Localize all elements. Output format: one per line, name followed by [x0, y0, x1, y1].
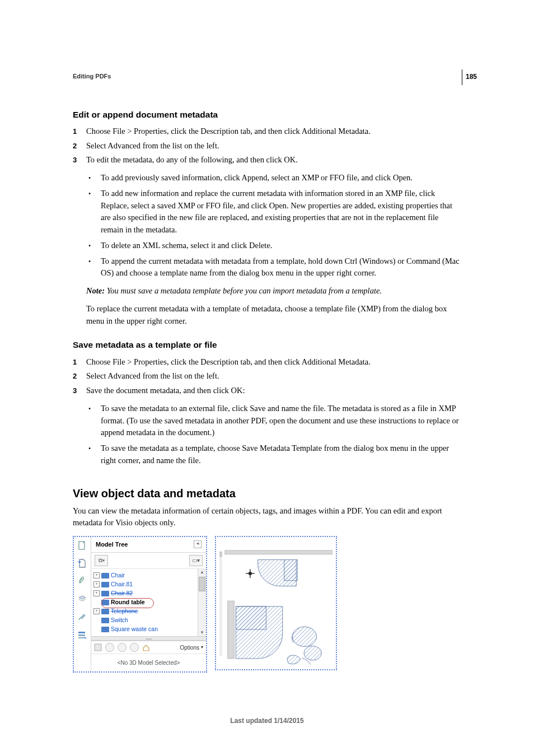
bullet-2b: •To save the metadata as a template, cho… — [86, 442, 461, 467]
visio-object-icon — [101, 591, 109, 596]
office-floor-plan — [219, 540, 332, 666]
heading-save-metadata: Save metadata as a template or file — [73, 338, 461, 351]
tree-row[interactable]: +Chair — [93, 571, 195, 580]
cube-icon[interactable] — [94, 643, 102, 651]
page-number-rule — [462, 69, 462, 85]
svg-rect-16 — [236, 606, 266, 629]
tree-item-label: Round table — [111, 598, 145, 607]
note-text: You must save a metadata template before… — [105, 286, 382, 295]
tree-item-label: Chair — [111, 571, 125, 580]
tree-item-label: Square waste can — [111, 625, 158, 634]
svg-point-18 — [304, 646, 321, 660]
options-menu[interactable]: Options — [180, 643, 203, 652]
bullet-1b: •To save the metadata to an external fil… — [86, 403, 461, 439]
circle-icon-1[interactable] — [105, 643, 114, 652]
note-label: Note: — [86, 286, 105, 295]
after-note-paragraph: To replace the current metadata with a t… — [86, 303, 461, 328]
step-3: 3To edit the metadata, do any of the fol… — [73, 154, 461, 166]
tree-header: Model Tree ◄ — [91, 537, 206, 553]
svg-rect-14 — [249, 572, 251, 575]
page-number: 185 — [466, 72, 477, 82]
step-3b: 3Save the document metadata, and then cl… — [73, 385, 461, 397]
bullets-save-metadata: •To save the metadata to an external fil… — [86, 403, 461, 467]
bullet-1-text: To add previously saved information, cli… — [101, 172, 461, 184]
tree-view-mode-button[interactable]: ⧉▾ — [95, 555, 108, 566]
svg-rect-10 — [225, 550, 332, 554]
step-2: 2Select Advanced from the list on the le… — [73, 140, 461, 152]
tree-item-label: Telephone — [111, 607, 138, 616]
bullet-2b-text: To save the metadata as a template, choo… — [101, 442, 461, 467]
tree-row[interactable]: +Telephone — [93, 607, 195, 616]
scroll-up-icon[interactable]: ▲ — [199, 569, 205, 576]
step-2b: 2Select Advanced from the list on the le… — [73, 370, 461, 382]
scrollbar[interactable]: ▲ ▼ — [198, 569, 206, 637]
tree-area: Model Tree ◄ ⧉▾ ▭▾ +Chair +Chair.81 +Cha… — [91, 537, 206, 671]
step-1b: 1Choose File > Properties, click the Des… — [73, 356, 461, 368]
page-thumbnails-icon[interactable] — [77, 540, 87, 550]
svg-rect-8 — [219, 552, 222, 656]
bullet-2: •To add new information and replace the … — [86, 188, 461, 236]
scroll-thumb[interactable] — [199, 577, 205, 591]
circle-icon-3[interactable] — [130, 643, 139, 652]
footer-last-updated: Last updated 1/14/2015 — [0, 716, 534, 726]
step-3b-text: Save the document metadata, and then cli… — [86, 385, 461, 397]
bullet-1b-text: To save the metadata to an external file… — [101, 403, 461, 439]
heading-edit-append: Edit or append document metadata — [73, 108, 461, 121]
tree-item-label: Chair.82 — [111, 589, 133, 598]
step-3-text: To edit the metadata, do any of the foll… — [86, 154, 461, 166]
figure-model-tree: Model Tree ◄ ⧉▾ ▭▾ +Chair +Chair.81 +Cha… — [73, 536, 461, 673]
tree-row[interactable]: Switch — [93, 616, 195, 625]
collapse-panel-icon[interactable]: ◄ — [194, 540, 202, 548]
selection-crosshair — [246, 569, 255, 578]
steps-save-metadata: 1Choose File > Properties, click the Des… — [73, 356, 461, 397]
visio-object-icon — [101, 600, 109, 605]
tree-row[interactable]: +Chair.81 — [93, 580, 195, 589]
svg-rect-2 — [78, 632, 85, 633]
tree-item-label: Chair.81 — [111, 580, 133, 589]
model-tree-icon[interactable] — [77, 630, 87, 640]
bullet-3-text: To delete an XML schema, select it and c… — [101, 240, 461, 252]
tree-row[interactable]: Square waste can — [93, 625, 195, 634]
svg-rect-11 — [284, 560, 298, 581]
signatures-icon[interactable] — [77, 612, 87, 622]
navigation-pane-buttons — [74, 537, 91, 671]
bullets-edit-append: •To add previously saved information, cl… — [86, 172, 461, 279]
page: 185 Editing PDFs Edit or append document… — [0, 0, 534, 756]
step-2b-text: Select Advanced from the list on the lef… — [86, 370, 461, 382]
visio-object-icon — [101, 618, 109, 623]
step-1: 1Choose File > Properties, click the Des… — [73, 125, 461, 138]
splitter-handle[interactable]: ▪▪▪▪▪ — [91, 636, 206, 641]
tree-row-selected[interactable]: Round table — [93, 598, 195, 607]
tree-bottom-bar: Options — [91, 641, 206, 654]
svg-rect-1 — [78, 561, 81, 563]
bullet-4: •To append the current metadata with met… — [86, 255, 461, 280]
home-icon[interactable] — [142, 643, 150, 651]
svg-rect-15 — [228, 601, 235, 659]
body-view-object-data: You can view the metadata information of… — [73, 505, 461, 530]
scroll-down-icon[interactable]: ▼ — [199, 629, 205, 636]
layers-icon[interactable] — [77, 594, 87, 604]
bullet-3: •To delete an XML schema, select it and … — [86, 240, 461, 252]
model-tree-panel: Model Tree ◄ ⧉▾ ▭▾ +Chair +Chair.81 +Cha… — [73, 536, 207, 673]
steps-edit-append: 1Choose File > Properties, click the Des… — [73, 125, 461, 166]
circle-icon-2[interactable] — [118, 643, 127, 652]
breadcrumb: Editing PDFs — [73, 72, 461, 81]
svg-rect-5 — [84, 637, 86, 638]
tree-save-button[interactable]: ▭▾ — [189, 555, 203, 566]
bullet-4-text: To append the current metadata with meta… — [101, 255, 461, 280]
svg-rect-3 — [78, 634, 85, 636]
document-view-panel — [215, 536, 337, 670]
bookmarks-icon[interactable] — [77, 558, 87, 568]
tree-row[interactable]: +Chair.82 — [93, 589, 195, 598]
svg-point-17 — [292, 627, 316, 646]
note-block: Note: You must save a metadata template … — [86, 285, 461, 297]
bullet-1: •To add previously saved information, cl… — [86, 172, 461, 184]
attachments-icon[interactable] — [77, 576, 87, 586]
visio-object-icon — [101, 573, 109, 578]
step-1-text: Choose File > Properties, click the Desc… — [86, 125, 461, 138]
visio-object-icon — [101, 609, 109, 614]
step-1b-text: Choose File > Properties, click the Desc… — [86, 356, 461, 368]
svg-rect-6 — [95, 644, 101, 651]
no-model-selected-label: <No 3D Model Selected> — [91, 654, 206, 671]
tree-list[interactable]: +Chair +Chair.81 +Chair.82 Round table +… — [91, 569, 198, 637]
